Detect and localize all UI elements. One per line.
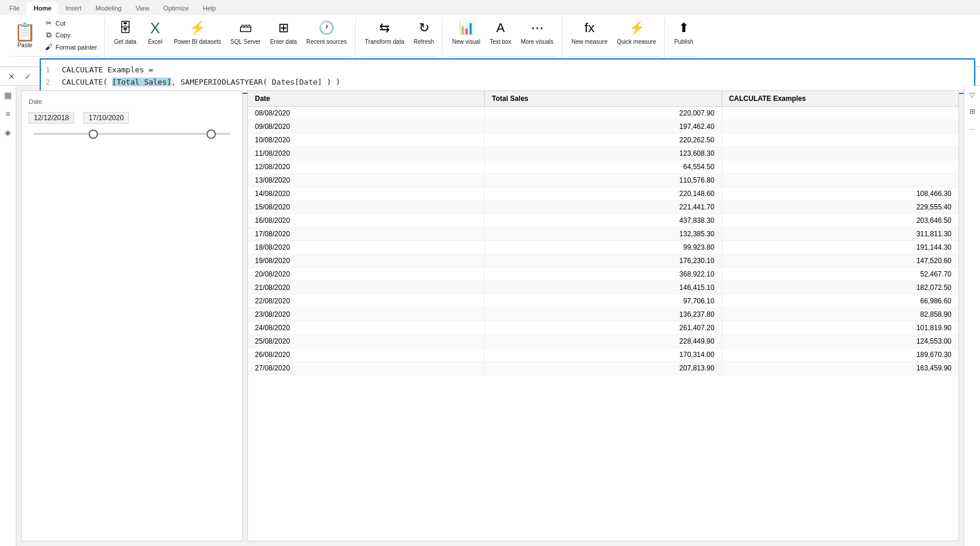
table-cell: 207,813.90 xyxy=(485,362,722,374)
tab-insert[interactable]: Insert xyxy=(58,2,89,15)
tab-modeling[interactable]: Modeling xyxy=(89,2,129,15)
copy-icon: ⧉ xyxy=(44,30,53,40)
table-cell: 23/08/2020 xyxy=(248,308,485,321)
table-cell: 203,646.50 xyxy=(722,214,958,227)
more-visuals-button[interactable]: ⋯ More visuals xyxy=(517,18,557,47)
more-visuals-label: More visuals xyxy=(521,38,554,46)
refresh-icon: ↻ xyxy=(415,19,433,37)
text-box-label: Text box xyxy=(489,38,511,46)
sql-server-button[interactable]: 🗃 SQL Server xyxy=(227,18,264,47)
table-cell: 170,314.00 xyxy=(485,348,722,361)
table-row: 15/08/2020221,441.70229,555.40 xyxy=(248,201,958,214)
paste-button[interactable]: 📋 Paste xyxy=(9,18,40,52)
ribbon-group-calculations: fx New measure ⚡ Quick measure Calculati… xyxy=(564,18,665,64)
tab-view[interactable]: View xyxy=(128,2,156,15)
table-row: 24/08/2020261,407.20101,819.90 xyxy=(248,321,958,335)
tab-home[interactable]: Home xyxy=(27,2,59,15)
table-cell: 12/08/2020 xyxy=(248,160,485,173)
filter-pane-icon[interactable]: ▽ xyxy=(965,88,979,102)
table-cell: 220,007.90 xyxy=(485,107,722,120)
table-cell: 437,838.30 xyxy=(485,214,722,227)
table-container: Date Total Sales CALCULATE Examples 08/0… xyxy=(247,90,959,541)
excel-button[interactable]: X Excel xyxy=(142,18,168,47)
slider-thumb-right[interactable] xyxy=(206,130,216,139)
table-cell: 97,706.10 xyxy=(485,295,722,307)
table-row: 23/08/2020136,237.8082,858.90 xyxy=(248,308,958,321)
more-options-icon[interactable]: … xyxy=(965,121,979,135)
fields-pane-icon[interactable]: ⊞ xyxy=(965,104,979,118)
refresh-button[interactable]: ↻ Refresh xyxy=(410,18,438,47)
table-cell: 13/08/2020 xyxy=(248,174,485,187)
copy-label: Copy xyxy=(55,32,71,38)
new-visual-button[interactable]: 📊 New visual xyxy=(449,18,484,47)
ribbon-group-share: ⬆ Publish Share xyxy=(666,18,702,64)
transform-data-button[interactable]: ⇆ Transform data xyxy=(362,18,408,47)
table-cell: 147,520.60 xyxy=(722,254,958,267)
table-row: 21/08/2020146,415.10182,072.50 xyxy=(248,281,958,295)
report-view-icon[interactable]: ▦ xyxy=(1,88,15,102)
lower-content: Date 12/12/2018 17/10/2020 Date xyxy=(21,90,959,541)
table-row: 18/08/202099,923.80191,144.30 xyxy=(248,241,958,254)
table-cell: 163,459.90 xyxy=(722,362,958,374)
right-toolbar: ▽ ⊞ … xyxy=(964,86,980,546)
ribbon-group-clipboard: 📋 Paste ✂ Cut ⧉ Copy 🖌 xyxy=(5,18,105,64)
dax-line2-suffix: , SAMEPERIODLASTYEAR( Dates[Date] ) ) xyxy=(172,78,341,86)
date-end-value: 17/10/2020 xyxy=(83,112,129,124)
dax-highlight-total-sales: [Total Sales] xyxy=(112,78,172,86)
sql-label: SQL Server xyxy=(230,38,261,46)
ribbon-tabs: File Home Insert Modeling View Optimize … xyxy=(0,0,980,15)
cut-label: Cut xyxy=(55,20,65,27)
table-cell: 27/08/2020 xyxy=(248,362,485,374)
power-bi-datasets-button[interactable]: ⚡ Power BI datasets xyxy=(170,18,225,47)
enter-data-button[interactable]: ⊞ Enter data xyxy=(267,18,300,47)
new-measure-icon: fx xyxy=(580,19,599,37)
recent-sources-button[interactable]: 🕐 Recent sources xyxy=(303,18,350,47)
publish-label: Publish xyxy=(674,38,694,46)
table-cell: 14/08/2020 xyxy=(248,187,485,200)
table-cell: 124,553.00 xyxy=(722,335,958,348)
slider-thumb-left[interactable] xyxy=(89,130,98,139)
text-box-button[interactable]: A Text box xyxy=(486,18,514,47)
table-cell: 17/08/2020 xyxy=(248,228,485,240)
table-cell: 311,811.30 xyxy=(722,228,958,240)
table-cell: 52,467.70 xyxy=(722,268,958,281)
formula-bar: ✕ ✓ 1 CALCULATE Examples = 2 CALCULATE( … xyxy=(0,67,980,86)
get-data-button[interactable]: 🗄 Get data xyxy=(111,18,140,47)
tab-optimize[interactable]: Optimize xyxy=(156,2,195,15)
table-cell: 228,449.90 xyxy=(485,335,722,348)
table-cell: 108,466.30 xyxy=(722,187,958,200)
cut-button[interactable]: ✂ Cut xyxy=(41,18,100,29)
clipboard-col: 📋 Paste ✂ Cut ⧉ Copy 🖌 xyxy=(9,18,100,52)
table-cell: 182,072.50 xyxy=(722,281,958,294)
power-bi-label: Power BI datasets xyxy=(174,38,221,46)
table-cell: 220,262.50 xyxy=(485,134,722,146)
excel-label: Excel xyxy=(148,38,162,46)
format-painter-button[interactable]: 🖌 Format painter xyxy=(41,41,100,52)
dax-line-1: 1 CALCULATE Examples = xyxy=(46,64,970,76)
table-cell: 16/08/2020 xyxy=(248,214,485,227)
table-row: 13/08/2020110,576.80 xyxy=(248,174,958,187)
model-view-icon[interactable]: ◈ xyxy=(1,125,15,139)
data-view-icon[interactable]: ≡ xyxy=(1,107,15,121)
publish-button[interactable]: ⬆ Publish xyxy=(671,18,697,47)
table-cell: 229,555.40 xyxy=(722,201,958,214)
tab-help[interactable]: Help xyxy=(196,2,223,15)
table-cell: 10/08/2020 xyxy=(248,134,485,146)
clipboard-content: 📋 Paste ✂ Cut ⧉ Copy 🖌 xyxy=(9,18,100,55)
excel-icon: X xyxy=(146,19,164,37)
formula-cancel-button[interactable]: ✕ xyxy=(5,69,19,83)
new-measure-button[interactable]: fx New measure xyxy=(568,18,611,47)
quick-measure-button[interactable]: ⚡ Quick measure xyxy=(613,18,659,47)
date-filter: Date 12/12/2018 17/10/2020 xyxy=(21,90,243,541)
ribbon: File Home Insert Modeling View Optimize … xyxy=(0,0,980,67)
format-painter-label: Format painter xyxy=(55,44,97,51)
table-row: 27/08/2020207,813.90163,459.90 xyxy=(248,362,958,375)
copy-button[interactable]: ⧉ Copy xyxy=(41,29,100,41)
date-range-display: 12/12/2018 17/10/2020 xyxy=(29,112,235,124)
tab-file[interactable]: File xyxy=(2,2,27,15)
table-cell xyxy=(722,160,958,173)
table-cell: 132,385.30 xyxy=(485,228,722,240)
formula-confirm-button[interactable]: ✓ xyxy=(21,69,35,83)
table-cell: 21/08/2020 xyxy=(248,281,485,294)
table-row: 11/08/2020123,608.30 xyxy=(248,147,958,160)
